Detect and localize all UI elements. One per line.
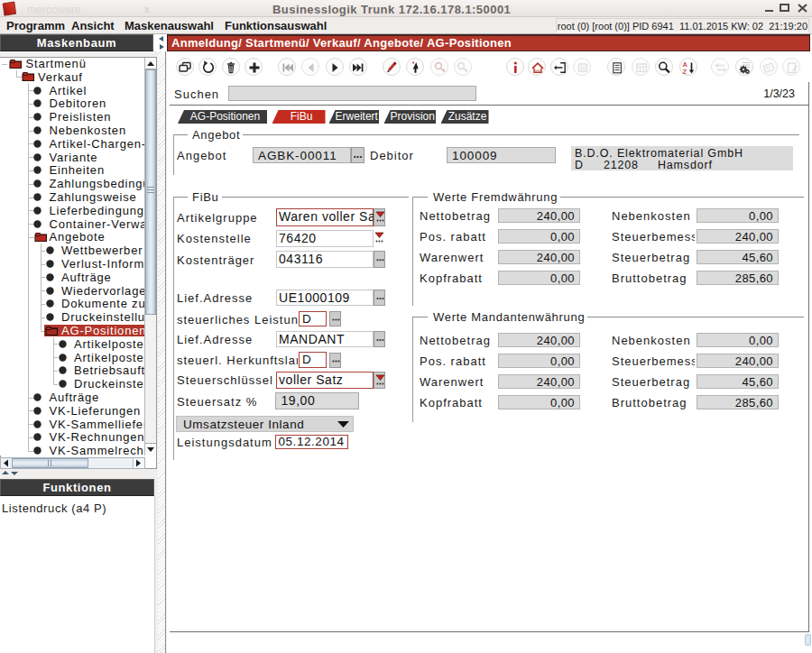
svg-text:Z: Z (683, 68, 687, 76)
